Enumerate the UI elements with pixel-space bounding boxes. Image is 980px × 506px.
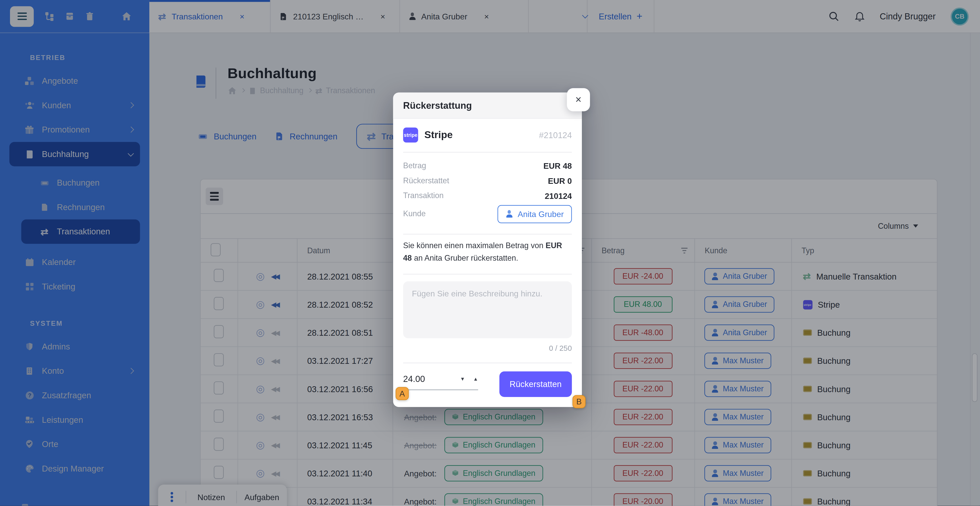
divider (403, 152, 572, 153)
divider (403, 274, 572, 274)
person-icon (506, 210, 513, 218)
annotation-marker-a: A (396, 387, 409, 400)
modal-title: Rückerstattung (403, 100, 472, 111)
annotation-marker-b: B (573, 395, 585, 408)
refund-submit-button[interactable]: Rückerstatten (500, 371, 572, 397)
divider (403, 234, 572, 234)
refund-amount-input[interactable] (403, 374, 436, 384)
description-textarea[interactable] (403, 281, 572, 338)
refund-amount-group: ▼ ▲ (403, 374, 478, 390)
provider-name: Stripe (425, 129, 453, 141)
transaction-ref: #210124 (539, 130, 572, 140)
stepper-down-icon[interactable]: ▼ (460, 376, 465, 382)
customer-chip[interactable]: Anita Gruber (498, 205, 572, 223)
stripe-logo-icon: stripe (403, 128, 418, 143)
app-root: BETRIEB Angebote Kunden Promotionen (0, 0, 980, 506)
refund-info-text: Sie können einen maximalen Betrag von EU… (403, 239, 572, 264)
field-rueckerstattet: Rückerstattet EUR 0 (403, 173, 572, 188)
refund-modal: × Rückerstattung stripe Stripe #210124 B… (393, 92, 582, 407)
modal-close-button[interactable]: × (567, 88, 590, 111)
field-transaktion: Transaktion 210124 (403, 188, 572, 203)
field-kunde: Kunde Anita Gruber (403, 203, 572, 224)
char-counter: 0 / 250 (403, 344, 572, 353)
field-betrag: Betrag EUR 48 (403, 158, 572, 173)
stepper-up-icon[interactable]: ▲ (473, 376, 478, 382)
